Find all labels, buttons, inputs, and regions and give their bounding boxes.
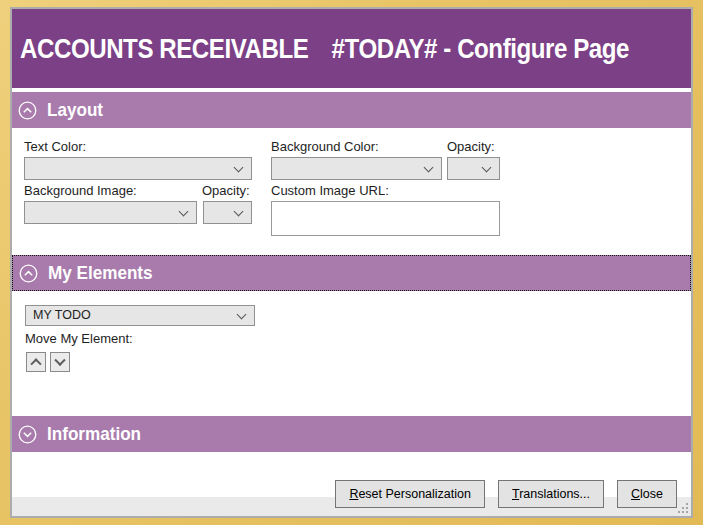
- my-element-select[interactable]: MY TODO: [25, 305, 255, 326]
- translations-button[interactable]: Translations...: [498, 480, 604, 508]
- text-color-select[interactable]: [24, 157, 252, 180]
- close-label: Close: [631, 481, 663, 507]
- move-element-up-button[interactable]: [26, 352, 46, 372]
- custom-image-url-label: Custom Image URL:: [271, 183, 389, 198]
- reset-personalization-button[interactable]: Reset Personalization: [335, 480, 485, 508]
- footer-button-row: Reset Personalization Translations... Cl…: [335, 480, 677, 508]
- chevron-down-icon: [179, 206, 189, 216]
- page-title-name: #TODAY# - Configure Page: [332, 33, 629, 65]
- reset-personalization-label: Reset Personalization: [349, 481, 471, 507]
- translations-label: Translations...: [512, 481, 590, 507]
- chevron-down-icon: [237, 309, 247, 319]
- background-image-select[interactable]: [24, 201, 197, 224]
- dialog-title-bar: ACCOUNTS RECEIVABLE #TODAY# - Configure …: [12, 9, 691, 88]
- dialog-content: ACCOUNTS RECEIVABLE #TODAY# - Configure …: [10, 7, 693, 518]
- expand-section-icon[interactable]: [18, 425, 37, 444]
- page-title: ACCOUNTS RECEIVABLE #TODAY# - Configure …: [20, 9, 629, 88]
- section-header-layout[interactable]: Layout: [12, 92, 691, 128]
- resize-grip-icon[interactable]: [676, 501, 690, 515]
- background-color-select[interactable]: [271, 157, 442, 180]
- chevron-down-icon: [234, 162, 244, 172]
- chevron-down-icon: [234, 206, 244, 216]
- background-color-opacity-select[interactable]: [447, 157, 500, 180]
- custom-image-url-input[interactable]: [271, 201, 500, 236]
- collapse-section-icon[interactable]: [19, 264, 38, 283]
- background-image-opacity-select[interactable]: [203, 201, 252, 224]
- my-element-selected-value: MY TODO: [33, 308, 91, 322]
- chevron-down-icon: [424, 162, 434, 172]
- section-title-information: Information: [47, 423, 141, 445]
- page-title-context: ACCOUNTS RECEIVABLE: [20, 33, 308, 65]
- section-header-my-elements[interactable]: My Elements: [12, 255, 691, 291]
- section-title-layout: Layout: [47, 99, 103, 121]
- configure-page-window: ACCOUNTS RECEIVABLE #TODAY# - Configure …: [0, 0, 703, 525]
- text-color-label: Text Color:: [24, 139, 86, 154]
- move-element-down-button[interactable]: [50, 352, 70, 372]
- background-color-label: Background Color:: [271, 139, 379, 154]
- background-image-opacity-label: Opacity:: [202, 183, 250, 198]
- collapse-section-icon[interactable]: [18, 101, 37, 120]
- move-my-element-label: Move My Element:: [25, 331, 133, 346]
- background-color-opacity-label: Opacity:: [447, 139, 495, 154]
- chevron-down-icon: [482, 162, 492, 172]
- close-button[interactable]: Close: [617, 480, 677, 508]
- chevron-up-icon: [30, 358, 41, 369]
- section-header-information[interactable]: Information: [12, 416, 691, 452]
- background-image-label: Background Image:: [24, 183, 137, 198]
- section-title-my-elements: My Elements: [48, 262, 153, 284]
- chevron-down-icon: [54, 355, 65, 366]
